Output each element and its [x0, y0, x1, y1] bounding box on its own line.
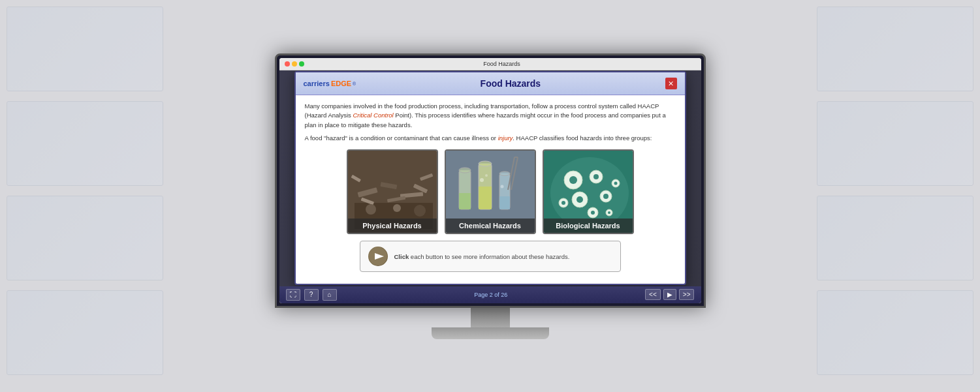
svg-rect-18 — [479, 187, 492, 209]
bg-thumb-4 — [7, 290, 163, 375]
logo-carriers: carriers — [304, 80, 330, 87]
monitor-screen: Food Hazards carriers EDGE — [275, 53, 706, 308]
close-dot — [285, 61, 290, 67]
arrow-icon — [368, 247, 388, 266]
modal-paragraph-2: A food "hazard" is a condition or contam… — [305, 134, 676, 143]
window-controls — [285, 61, 304, 67]
bg-thumb-3 — [7, 196, 163, 280]
svg-point-42 — [561, 201, 565, 205]
content-area: carriers EDGE ® Food Hazards ✕ Man — [279, 70, 701, 286]
svg-point-38 — [603, 194, 609, 199]
svg-point-19 — [479, 161, 492, 166]
nav-left: ⛶ ? ⌂ — [286, 289, 337, 301]
page-indicator: Page 2 of 26 — [474, 292, 507, 298]
chemical-hazards-card[interactable]: Chemical Hazards — [445, 149, 536, 234]
logo-reg: ® — [353, 82, 356, 86]
svg-point-34 — [593, 174, 599, 179]
svg-point-10 — [414, 205, 426, 217]
svg-rect-21 — [499, 196, 510, 209]
biological-hazards-label: Biological Hazards — [544, 219, 633, 233]
nav-right: << ▶ >> — [645, 289, 694, 300]
instruction-icon — [368, 247, 388, 266]
physical-hazards-label: Physical Hazards — [348, 219, 437, 233]
physical-hazards-card[interactable]: Physical Hazards — [347, 149, 438, 234]
svg-point-28 — [500, 185, 503, 188]
monitor: Food Hazards carriers EDGE — [275, 53, 706, 339]
monitor-stand-neck — [471, 308, 510, 327]
play-button[interactable]: ▶ — [663, 289, 676, 300]
home-button[interactable]: ⌂ — [323, 289, 337, 301]
svg-point-26 — [480, 178, 484, 182]
svg-point-36 — [577, 196, 583, 203]
food-hazards-modal: carriers EDGE ® Food Hazards ✕ Man — [294, 71, 686, 285]
modal-title: Food Hazards — [481, 78, 541, 89]
hazard-cards-container: Physical Hazards — [305, 149, 676, 234]
logo: carriers EDGE ® — [304, 80, 356, 87]
monitor-bezel: Food Hazards carriers EDGE — [279, 58, 701, 303]
svg-point-32 — [569, 176, 577, 184]
course-window: Food Hazards carriers EDGE — [279, 58, 701, 303]
svg-point-22 — [499, 172, 510, 175]
bg-thumb-5 — [817, 7, 973, 91]
svg-point-46 — [608, 211, 610, 214]
svg-point-27 — [485, 174, 488, 177]
minimize-dot — [292, 61, 297, 67]
chemical-hazards-label: Chemical Hazards — [446, 219, 535, 233]
bg-thumb-1 — [7, 7, 163, 91]
svg-rect-15 — [459, 193, 471, 209]
course-tab-title: Food Hazards — [308, 61, 696, 67]
help-button[interactable]: ? — [304, 289, 319, 301]
expand-button[interactable]: ⛶ — [286, 289, 300, 301]
bg-thumb-2 — [7, 101, 163, 186]
nav-bar: ⛶ ? ⌂ Page 2 of 26 << ▶ >> — [279, 286, 701, 303]
prev-prev-button[interactable]: << — [645, 289, 661, 300]
instruction-rest: each button to see more information abou… — [409, 253, 569, 260]
monitor-stand-base — [432, 327, 549, 339]
bg-thumb-6 — [817, 101, 973, 186]
bg-thumb-8 — [817, 290, 973, 375]
logo-edge: EDGE — [331, 80, 351, 87]
modal-body: Many companies involved in the food prod… — [296, 95, 685, 284]
svg-point-44 — [614, 182, 617, 185]
instruction-bold: Click — [394, 253, 409, 260]
bg-thumb-7 — [817, 196, 973, 280]
next-button[interactable]: >> — [679, 289, 695, 300]
biological-hazards-card[interactable]: Biological Hazards — [543, 149, 634, 234]
modal-close-button[interactable]: ✕ — [665, 78, 677, 89]
modal-title-bar: carriers EDGE ® Food Hazards ✕ — [296, 72, 685, 95]
svg-point-16 — [459, 168, 471, 173]
svg-point-40 — [591, 211, 595, 215]
svg-point-9 — [393, 204, 401, 212]
course-header: Food Hazards — [279, 58, 701, 70]
maximize-dot — [299, 61, 304, 67]
svg-point-8 — [366, 204, 376, 215]
instruction-box: Click each button to see more informatio… — [360, 241, 621, 272]
modal-overlay: carriers EDGE ® Food Hazards ✕ Man — [279, 70, 701, 286]
instruction-text: Click each button to see more informatio… — [394, 253, 570, 260]
modal-paragraph-1: Many companies involved in the food prod… — [305, 102, 676, 130]
